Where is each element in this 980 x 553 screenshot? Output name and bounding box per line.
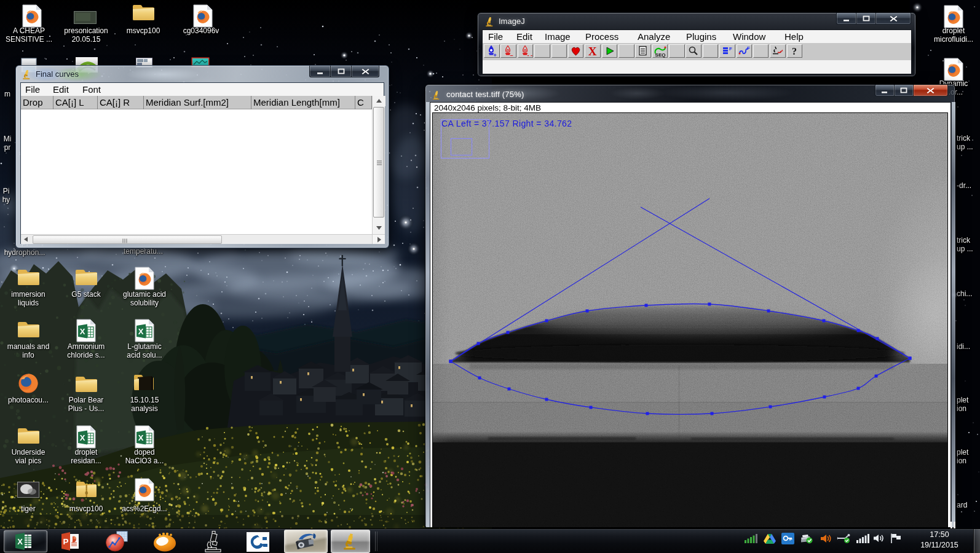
svg-text:–: –: [510, 52, 513, 58]
svg-text:X: X: [588, 45, 597, 57]
svg-text:X: X: [138, 327, 144, 336]
svg-text:SEQ: SEQ: [655, 52, 665, 58]
svg-text:X: X: [80, 433, 85, 442]
svg-text:CA Left = 37.157 Right = 34.76: CA Left = 37.157 Right = 34.762: [441, 119, 572, 128]
svg-text:F: F: [747, 45, 750, 51]
svg-text:+: +: [494, 52, 497, 58]
svg-text:P: P: [63, 537, 68, 546]
svg-text:?: ?: [792, 46, 797, 57]
svg-text:- -: - -: [527, 52, 532, 58]
svg-text:X: X: [80, 327, 85, 336]
svg-text:F: F: [729, 46, 732, 52]
svg-text:X: X: [138, 433, 144, 442]
svg-text:X: X: [17, 537, 23, 546]
